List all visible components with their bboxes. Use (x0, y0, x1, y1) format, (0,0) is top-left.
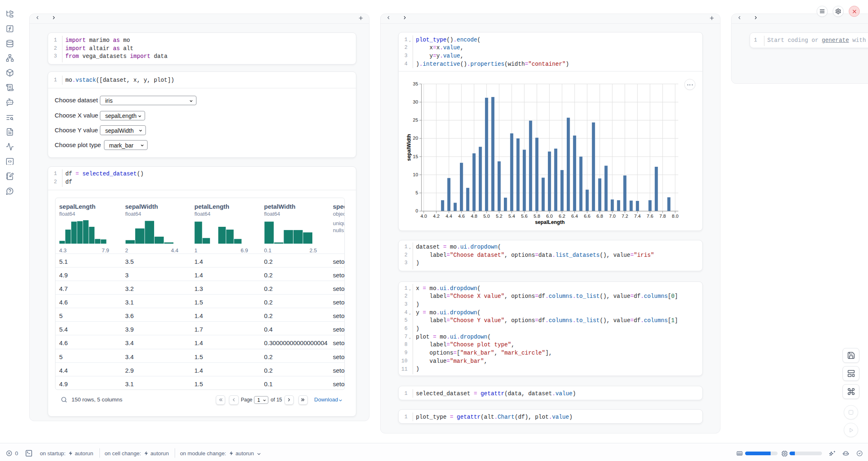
svg-text:5.8: 5.8 (533, 214, 540, 219)
svg-text:5.0: 5.0 (483, 214, 490, 219)
svg-text:4.2: 4.2 (433, 214, 440, 219)
svg-text:5.6: 5.6 (521, 214, 528, 219)
svg-text:6.8: 6.8 (596, 214, 603, 219)
svg-text:6.4: 6.4 (571, 214, 578, 219)
svg-text:sepalWidth: sepalWidth (406, 134, 412, 161)
svg-text:5: 5 (416, 190, 418, 195)
svg-text:25: 25 (413, 118, 418, 122)
svg-text:5.4: 5.4 (508, 214, 515, 219)
svg-text:4.6: 4.6 (458, 214, 465, 219)
svg-text:30: 30 (413, 99, 418, 104)
svg-text:7.6: 7.6 (647, 214, 653, 219)
svg-text:0: 0 (416, 208, 418, 213)
svg-text:6.0: 6.0 (546, 214, 553, 219)
svg-text:6.2: 6.2 (559, 214, 566, 219)
svg-text:6.6: 6.6 (584, 214, 591, 219)
svg-text:5.2: 5.2 (496, 214, 503, 219)
svg-text:35: 35 (413, 81, 418, 86)
svg-text:4.8: 4.8 (471, 214, 477, 219)
svg-text:7.8: 7.8 (659, 214, 666, 219)
svg-text:15: 15 (413, 154, 418, 159)
svg-text:7.0: 7.0 (609, 214, 616, 219)
svg-text:20: 20 (413, 136, 418, 141)
svg-text:8.0: 8.0 (672, 214, 679, 219)
svg-text:4.0: 4.0 (420, 214, 427, 219)
svg-text:sepalLength: sepalLength (535, 219, 565, 225)
svg-text:10: 10 (413, 172, 418, 177)
svg-text:4.4: 4.4 (446, 214, 452, 219)
svg-text:7.2: 7.2 (621, 214, 628, 219)
svg-text:7.4: 7.4 (634, 214, 641, 219)
